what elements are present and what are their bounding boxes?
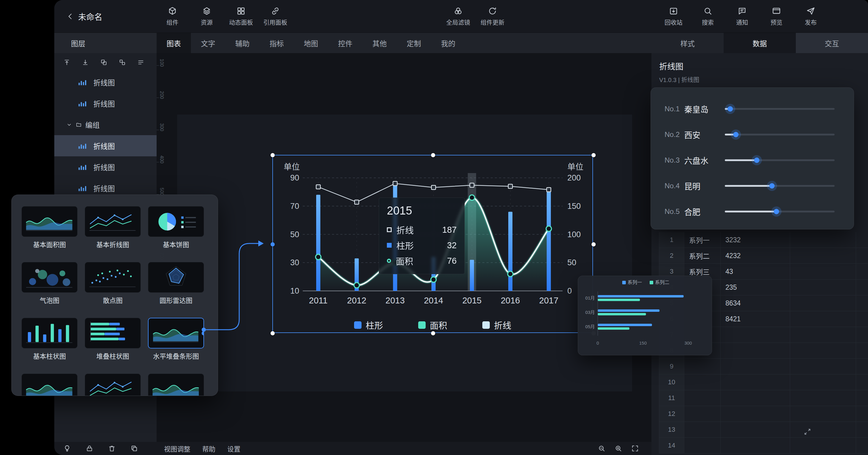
gallery-item[interactable]: 基本饼图 (148, 206, 204, 249)
empty-cell[interactable] (790, 264, 856, 279)
value-cell[interactable]: 4232 (721, 248, 790, 264)
value-cell[interactable] (721, 374, 790, 390)
empty-cell[interactable] (856, 295, 868, 311)
value-cell[interactable]: 235 (721, 279, 790, 295)
value-cell[interactable] (721, 438, 790, 453)
inspector-tab[interactable]: 交互 (796, 33, 868, 53)
layer-item[interactable]: 折线图 (54, 71, 157, 93)
empty-cell[interactable] (790, 248, 856, 264)
gallery-item[interactable]: 基本折线图 (85, 206, 141, 249)
value-cell[interactable] (721, 343, 790, 358)
value-cell[interactable]: 8634 (721, 295, 790, 311)
empty-cell[interactable] (856, 248, 868, 264)
toolbar-button-recycle[interactable]: 回收站 (657, 0, 690, 33)
empty-cell[interactable] (856, 374, 868, 390)
layer-group-item[interactable]: 编组 (54, 114, 157, 135)
slider-track[interactable] (725, 159, 835, 161)
category-tab[interactable]: 其他 (363, 33, 397, 53)
slider-track[interactable] (725, 185, 835, 187)
empty-cell[interactable] (790, 422, 856, 437)
empty-cell[interactable] (790, 311, 856, 327)
category-tab[interactable]: 指标 (259, 33, 294, 53)
slider-thumb[interactable] (754, 157, 760, 163)
layer-item[interactable]: 折线图 (54, 93, 157, 114)
toolbar-button-component-update[interactable]: 组件更新 (476, 0, 509, 33)
series-name-cell[interactable] (684, 406, 721, 422)
gallery-item[interactable]: 基本面积图 (22, 206, 78, 249)
selection-handle[interactable] (591, 153, 596, 157)
gallery-item[interactable]: 圆形雷达图 (148, 262, 204, 305)
gallery-item[interactable]: 堆叠柱状图 (85, 318, 141, 360)
slider-track[interactable] (725, 108, 835, 110)
category-tab[interactable]: 定制 (397, 33, 431, 53)
canvas[interactable]: 1002003004005006007008009001000 90705030… (157, 53, 651, 442)
selection-handle[interactable] (431, 153, 435, 157)
empty-cell[interactable] (856, 264, 868, 279)
fit-icon[interactable] (631, 445, 639, 452)
gallery-item[interactable]: 散点图 (85, 262, 141, 305)
gallery-item[interactable] (85, 373, 141, 396)
slider-track[interactable] (725, 134, 835, 135)
bottombar-menu-item[interactable]: 帮助 (202, 444, 215, 453)
series-name-cell[interactable]: 系列一 (684, 232, 721, 248)
empty-cell[interactable] (856, 406, 868, 422)
legend-item[interactable]: 柱形 (354, 318, 383, 331)
gallery-item[interactable] (148, 373, 204, 396)
to-back-icon[interactable] (82, 59, 89, 66)
empty-cell[interactable] (790, 343, 856, 358)
to-front-icon[interactable] (63, 59, 70, 66)
toolbar-button-ref-panel[interactable]: 引用面板 (258, 0, 292, 33)
legend-item[interactable]: 面积 (418, 318, 447, 331)
lock-icon[interactable] (86, 445, 93, 452)
selection-handle[interactable] (591, 242, 596, 246)
inspector-tab[interactable]: 数据 (724, 33, 796, 53)
slider-thumb[interactable] (727, 106, 733, 112)
empty-cell[interactable] (856, 343, 868, 358)
slider-track[interactable] (725, 211, 835, 212)
toolbar-button-preview[interactable]: 预览 (760, 0, 793, 33)
selection-handle[interactable] (271, 153, 275, 157)
empty-cell[interactable] (856, 359, 868, 374)
toolbar-button-dynamic-panel[interactable]: 动态面板 (224, 0, 258, 33)
ungroup-sq-icon[interactable] (119, 59, 126, 66)
series-name-cell[interactable] (684, 390, 721, 406)
value-cell[interactable]: 3232 (721, 232, 790, 248)
gallery-item[interactable]: 基本柱状图 (22, 318, 78, 360)
empty-cell[interactable] (790, 406, 856, 422)
empty-cell[interactable] (790, 327, 856, 342)
category-tab[interactable]: 文字 (191, 33, 225, 53)
list-icon[interactable] (137, 59, 144, 66)
zoom-in-icon[interactable] (615, 445, 622, 452)
category-tab[interactable]: 辅助 (225, 33, 259, 53)
empty-cell[interactable] (790, 390, 856, 406)
value-cell[interactable] (721, 422, 790, 437)
slider-thumb[interactable] (733, 132, 739, 137)
bottombar-menu-item[interactable]: 视图调整 (164, 444, 190, 453)
empty-cell[interactable] (856, 311, 868, 327)
empty-cell[interactable] (856, 232, 868, 248)
empty-cell[interactable] (790, 232, 856, 248)
empty-cell[interactable] (856, 279, 868, 295)
gallery-item[interactable] (22, 373, 78, 396)
gallery-item[interactable]: 水平堆叠条形图 (148, 318, 204, 360)
category-tab[interactable]: 地图 (294, 33, 328, 53)
value-cell[interactable]: 43 (721, 264, 790, 279)
expand-table-icon[interactable] (804, 428, 811, 435)
toolbar-button-component[interactable]: 组件 (156, 0, 189, 33)
series-name-cell[interactable] (684, 359, 721, 374)
value-cell[interactable]: 8421 (721, 311, 790, 327)
toolbar-button-publish[interactable]: 发布 (794, 0, 828, 33)
series-name-cell[interactable]: 系列二 (684, 248, 721, 264)
layer-item[interactable]: 折线图 (54, 135, 157, 156)
empty-cell[interactable] (790, 438, 856, 453)
value-cell[interactable] (721, 390, 790, 406)
empty-cell[interactable] (856, 422, 868, 437)
value-cell[interactable] (721, 327, 790, 342)
legend-item[interactable]: 折线 (482, 318, 511, 331)
empty-cell[interactable] (856, 327, 868, 342)
series-name-cell[interactable] (684, 422, 721, 437)
group-sq-icon[interactable] (100, 59, 107, 66)
toolbar-button-search[interactable]: 搜索 (691, 0, 724, 33)
value-cell[interactable] (721, 406, 790, 422)
toolbar-button-global-filter[interactable]: 全局滤镜 (441, 0, 475, 33)
